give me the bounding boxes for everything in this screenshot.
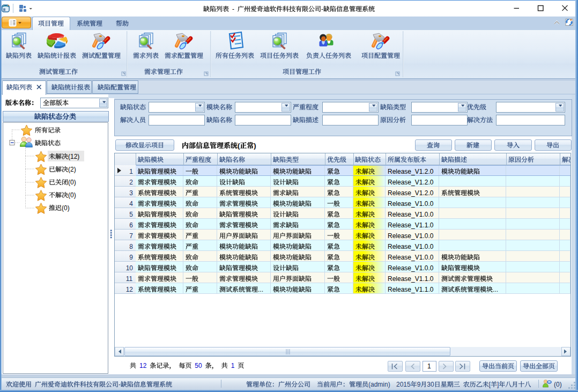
svg-text:...: ... (258, 286, 263, 293)
svg-text:9: 9 (129, 254, 133, 261)
svg-text:Release_V1.1.0: Release_V1.1.0 (388, 221, 434, 229)
svg-text:1: 1 (427, 363, 431, 370)
svg-text:(admin): (admin) (368, 381, 390, 388)
svg-text:(: ( (238, 142, 240, 150)
svg-text:Release_V1.0.0: Release_V1.0.0 (388, 264, 434, 272)
svg-text:Release_V1.1.0: Release_V1.1.0 (388, 275, 434, 283)
svg-text:1: 1 (231, 362, 235, 369)
svg-text:Release_V1.0.0: Release_V1.0.0 (388, 211, 434, 218)
svg-text:(0): (0) (68, 179, 76, 186)
svg-text:12: 12 (126, 286, 134, 293)
svg-text:Release_V1.0.0: Release_V1.0.0 (388, 232, 434, 240)
svg-text:Release_V1.0.0: Release_V1.0.0 (388, 254, 434, 261)
svg-text:[: [ (489, 381, 491, 388)
svg-text:Release_V1.0.0: Release_V1.0.0 (388, 243, 434, 250)
svg-text:2: 2 (129, 179, 133, 186)
svg-text:-: - (321, 5, 323, 13)
svg-text:(0): (0) (68, 191, 76, 199)
svg-text:1: 1 (129, 168, 133, 175)
svg-text:12: 12 (139, 362, 147, 369)
svg-text:Release_V1.2.0: Release_V1.2.0 (388, 179, 434, 186)
svg-text:]: ] (497, 381, 499, 388)
svg-text:11: 11 (126, 275, 133, 283)
svg-text:50: 50 (195, 362, 202, 369)
svg-text:): ) (254, 142, 256, 150)
svg-text:(2): (2) (68, 166, 76, 173)
svg-text:10: 10 (126, 264, 134, 272)
svg-text:(0): (0) (62, 204, 70, 212)
svg-text:9: 9 (417, 381, 421, 388)
svg-text:7: 7 (129, 232, 133, 240)
svg-text:3: 3 (129, 189, 133, 197)
svg-text:5: 5 (129, 211, 133, 218)
svg-text:30: 30 (427, 381, 434, 388)
svg-text:Release_V1.2.0: Release_V1.2.0 (388, 168, 434, 175)
svg-text:(0): (0) (554, 381, 562, 388)
svg-text:(12): (12) (68, 153, 79, 160)
svg-text:-: - (118, 381, 121, 388)
svg-text:2015: 2015 (396, 381, 411, 388)
svg-text:Release_V1.0.0: Release_V1.0.0 (388, 200, 434, 208)
svg-text:6: 6 (129, 221, 133, 229)
svg-text:8: 8 (129, 243, 133, 250)
svg-text:4: 4 (129, 200, 133, 208)
svg-text:...: ... (493, 286, 498, 293)
svg-text:Release_V1.1.0: Release_V1.1.0 (388, 286, 434, 293)
svg-text:-: - (232, 5, 234, 13)
svg-text:Release_V1.2.0: Release_V1.2.0 (388, 189, 434, 197)
